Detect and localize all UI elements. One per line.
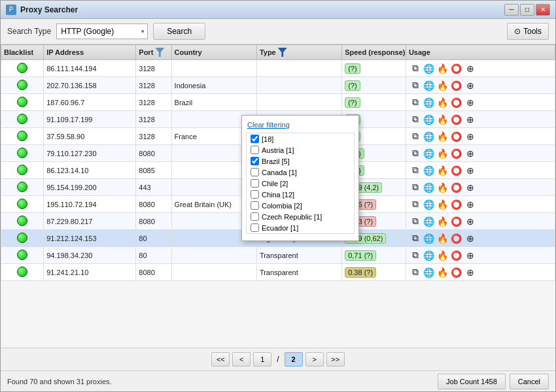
opera-icon[interactable]: ⭕ [450, 233, 463, 244]
cancel-button[interactable]: Cancel [510, 374, 549, 389]
firefox-icon[interactable]: 🔥 [436, 63, 449, 74]
firefox-icon[interactable]: 🔥 [436, 250, 449, 261]
chrome-icon[interactable]: ⊕ [464, 267, 477, 278]
tools-button[interactable]: ⊙ Tools [507, 23, 549, 40]
ie-icon[interactable]: 🌐 [423, 199, 436, 210]
chrome-icon[interactable]: ⊕ [464, 114, 477, 125]
firefox-icon[interactable]: 🔥 [436, 97, 449, 108]
copy-icon[interactable]: ⧉ [409, 267, 422, 278]
opera-icon[interactable]: ⭕ [450, 165, 463, 176]
close-button[interactable]: ✕ [536, 4, 550, 16]
page-1-button[interactable]: 1 [253, 352, 271, 367]
opera-icon[interactable]: ⭕ [450, 131, 463, 142]
opera-icon[interactable]: ⭕ [450, 97, 463, 108]
ie-icon[interactable]: 🌐 [423, 216, 436, 227]
filter-checkbox[interactable] [251, 201, 259, 210]
chrome-icon[interactable]: ⊕ [464, 182, 477, 193]
copy-icon[interactable]: ⧉ [409, 199, 422, 210]
opera-icon[interactable]: ⭕ [450, 148, 463, 159]
maximize-button[interactable]: □ [520, 4, 534, 16]
ie-icon[interactable]: 🌐 [423, 97, 436, 108]
firefox-icon[interactable]: 🔥 [436, 148, 449, 159]
ie-icon[interactable]: 🌐 [423, 267, 436, 278]
copy-icon[interactable]: ⧉ [409, 97, 422, 108]
next-page-button[interactable]: > [305, 352, 324, 367]
ie-icon[interactable]: 🌐 [423, 131, 436, 142]
filter-item[interactable]: Brazil [5] [247, 155, 354, 167]
filter-checkbox[interactable] [251, 135, 259, 143]
last-page-button[interactable]: >> [326, 352, 345, 367]
chrome-icon[interactable]: ⊕ [464, 216, 477, 227]
firefox-icon[interactable]: 🔥 [436, 131, 449, 142]
copy-icon[interactable]: ⧉ [409, 114, 422, 125]
copy-icon[interactable]: ⧉ [409, 80, 422, 91]
chrome-icon[interactable]: ⊕ [464, 250, 477, 261]
filter-item[interactable]: Chile [2] [247, 178, 354, 189]
firefox-icon[interactable]: 🔥 [436, 199, 449, 210]
copy-icon[interactable]: ⧉ [409, 182, 422, 193]
filter-checkbox[interactable] [251, 190, 259, 199]
ie-icon[interactable]: 🌐 [423, 250, 436, 261]
firefox-icon[interactable]: 🔥 [436, 114, 449, 125]
table-row[interactable]: 86.111.144.1943128(?)⧉🌐🔥⭕⊕ [1, 60, 555, 77]
opera-icon[interactable]: ⭕ [450, 80, 463, 91]
filter-list[interactable]: [18]Austria [1]Brazil [5]Canada [1]Chile… [246, 133, 355, 234]
filter-checkbox[interactable] [251, 212, 259, 221]
chrome-icon[interactable]: ⊕ [464, 80, 477, 91]
page-2-button[interactable]: 2 [285, 352, 303, 367]
copy-icon[interactable]: ⧉ [409, 148, 422, 159]
copy-icon[interactable]: ⧉ [409, 216, 422, 227]
filter-checkbox[interactable] [251, 168, 259, 176]
filter-item[interactable]: China [12] [247, 189, 354, 200]
search-button[interactable]: Search [153, 23, 205, 40]
table-row[interactable]: 187.60.96.73128Brazil(?)⧉🌐🔥⭕⊕ [1, 94, 555, 111]
filter-item[interactable]: Canada [1] [247, 167, 354, 178]
opera-icon[interactable]: ⭕ [450, 216, 463, 227]
job-count-button[interactable]: Job Count 1458 [438, 374, 506, 389]
ie-icon[interactable]: 🌐 [423, 148, 436, 159]
ie-icon[interactable]: 🌐 [423, 63, 436, 74]
table-row[interactable]: 94.198.34.23080Transparent0,71 (?)⧉🌐🔥⭕⊕ [1, 247, 555, 264]
filter-item[interactable]: Czech Republic [1] [247, 211, 354, 222]
ie-icon[interactable]: 🌐 [423, 182, 436, 193]
filter-checkbox[interactable] [251, 157, 259, 165]
filter-checkbox[interactable] [251, 179, 259, 188]
copy-icon[interactable]: ⧉ [409, 63, 422, 74]
copy-icon[interactable]: ⧉ [409, 250, 422, 261]
ie-icon[interactable]: 🌐 [423, 114, 436, 125]
filter-item[interactable]: Ecuador [1] [247, 222, 354, 233]
firefox-icon[interactable]: 🔥 [436, 216, 449, 227]
table-row[interactable]: 91.241.21.108080Transparent0.38 (?)⧉🌐🔥⭕⊕ [1, 264, 555, 281]
firefox-icon[interactable]: 🔥 [436, 165, 449, 176]
chrome-icon[interactable]: ⊕ [464, 63, 477, 74]
opera-icon[interactable]: ⭕ [450, 114, 463, 125]
firefox-icon[interactable]: 🔥 [436, 80, 449, 91]
minimize-button[interactable]: ─ [504, 4, 519, 16]
port-filter-icon[interactable] [155, 48, 164, 57]
firefox-icon[interactable]: 🔥 [436, 233, 449, 244]
chrome-icon[interactable]: ⊕ [464, 97, 477, 108]
opera-icon[interactable]: ⭕ [450, 199, 463, 210]
ie-icon[interactable]: 🌐 [423, 165, 436, 176]
chrome-icon[interactable]: ⊕ [464, 148, 477, 159]
filter-item[interactable]: Austria [1] [247, 144, 354, 155]
copy-icon[interactable]: ⧉ [409, 233, 422, 244]
type-filter-icon[interactable] [278, 48, 287, 57]
filter-checkbox[interactable] [251, 146, 259, 154]
opera-icon[interactable]: ⭕ [450, 250, 463, 261]
ie-icon[interactable]: 🌐 [423, 80, 436, 91]
chrome-icon[interactable]: ⊕ [464, 165, 477, 176]
chrome-icon[interactable]: ⊕ [464, 199, 477, 210]
table-row[interactable]: 202.70.136.1583128Indonesia(?)⧉🌐🔥⭕⊕ [1, 77, 555, 94]
filter-item[interactable]: Colombia [2] [247, 200, 354, 211]
chrome-icon[interactable]: ⊕ [464, 233, 477, 244]
ie-icon[interactable]: 🌐 [423, 233, 436, 244]
search-type-select[interactable]: HTTP (Google) HTTPS SOCKS4 SOCKS5 [56, 24, 148, 39]
opera-icon[interactable]: ⭕ [450, 267, 463, 278]
filter-checkbox[interactable] [251, 223, 259, 232]
filter-item[interactable]: [18] [247, 133, 354, 144]
copy-icon[interactable]: ⧉ [409, 131, 422, 142]
firefox-icon[interactable]: 🔥 [436, 267, 449, 278]
first-page-button[interactable]: << [211, 352, 230, 367]
chrome-icon[interactable]: ⊕ [464, 131, 477, 142]
